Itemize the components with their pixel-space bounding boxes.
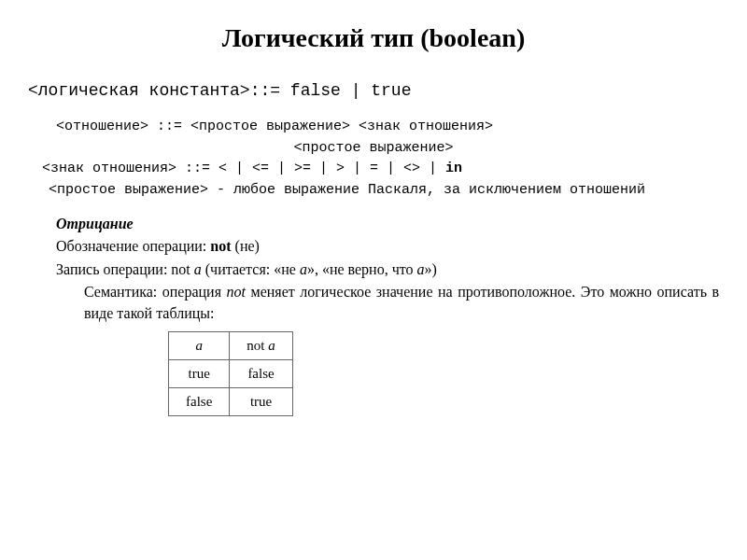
table-cell: true: [169, 359, 230, 387]
grammar-relation-cont: <простое выражение>: [28, 138, 719, 160]
table-row: false true: [169, 387, 293, 415]
var-a: a: [194, 261, 202, 277]
not-keyword: not: [210, 238, 231, 254]
text: »): [425, 261, 437, 277]
grammar-block: <отношение> ::= <простое выражение> <зна…: [28, 117, 719, 201]
grammar-relop-in: in: [445, 161, 462, 176]
var-a: a: [300, 261, 307, 277]
grammar-simple-expr: <простое выражение> - любое выражение Па…: [28, 180, 719, 202]
table-header-nota: not a: [230, 331, 292, 359]
truth-table: a not a true false false true: [168, 331, 293, 416]
negation-heading: Отрицание: [56, 214, 719, 234]
text: Семантика: операция: [84, 284, 227, 300]
negation-semantics: Семантика: операция not меняет логическо…: [56, 282, 719, 324]
grammar-relop: <знак отношения> ::= < | <= | >= | > | =…: [28, 159, 719, 180]
grammar-relation: <отношение> ::= <простое выражение> <зна…: [28, 117, 719, 138]
not-keyword: not: [227, 284, 246, 300]
negation-section: Отрицание Обозначение операции: not (не)…: [28, 214, 719, 324]
negation-usage: Запись операции: not a (читается: «не a»…: [56, 259, 719, 280]
logical-constant-def: <логическая константа>::= false | true: [28, 81, 719, 100]
table-cell: true: [230, 387, 292, 415]
table-header-a: a: [169, 331, 230, 359]
var-a: a: [417, 261, 425, 277]
text: », «не верно, что: [307, 261, 417, 277]
text: (читается: «не: [202, 261, 300, 277]
table-row: true false: [169, 359, 293, 387]
page-title: Логический тип (boolean): [28, 23, 719, 53]
negation-notation: Обозначение операции: not (не): [56, 236, 719, 257]
grammar-relop-ops: <знак отношения> ::= < | <= | >= | > | =…: [42, 161, 445, 176]
text: Запись операции: not: [56, 261, 194, 277]
var-a: a: [268, 338, 275, 353]
table-cell: false: [230, 359, 292, 387]
text: (не): [232, 238, 260, 254]
text: Обозначение операции:: [56, 238, 210, 254]
table-row: a not a: [169, 331, 293, 359]
table-cell: false: [169, 387, 230, 415]
text: not: [247, 338, 268, 353]
